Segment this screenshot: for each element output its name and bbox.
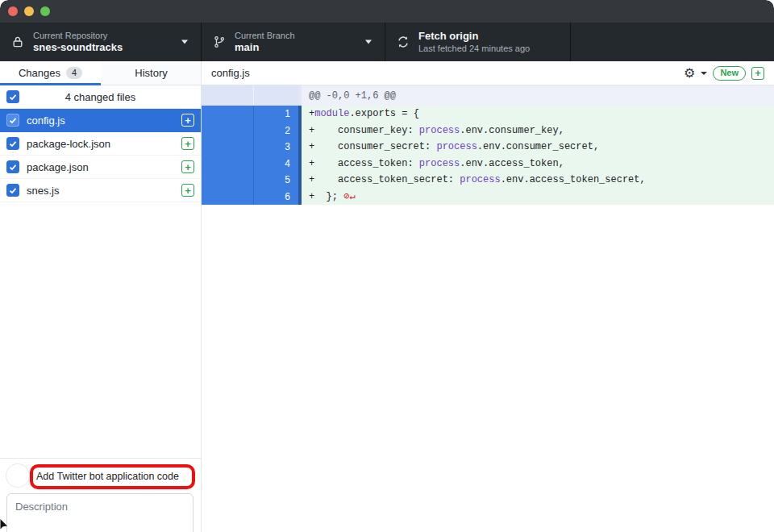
- code-keyword: process: [419, 158, 460, 169]
- code-keyword: process: [436, 141, 476, 152]
- chevron-down-icon[interactable]: [701, 72, 707, 75]
- zoom-button[interactable]: [40, 6, 50, 16]
- old-line-number[interactable]: [202, 156, 253, 172]
- diff-code-line: + access_token_secret: process.env.acces…: [302, 172, 774, 189]
- changed-files-count: 4 changed files: [19, 91, 194, 103]
- sidebar-divider: [201, 61, 202, 532]
- tab-history-label: History: [135, 67, 167, 79]
- diff-line-row: 6+ }; ⊘↵: [202, 189, 774, 206]
- diff-code-line: + consumer_secret: process.env.consumer_…: [302, 139, 774, 156]
- code-text: .env.access_token_secret,: [501, 174, 646, 185]
- new-line-number[interactable]: 6: [253, 189, 298, 206]
- new-file-badge: New: [713, 66, 746, 81]
- old-line-number[interactable]: [202, 139, 253, 156]
- old-line-number[interactable]: [202, 189, 253, 206]
- minimize-button[interactable]: [24, 6, 34, 16]
- git-branch-icon: [213, 35, 226, 48]
- fetch-origin-subtitle: Last fetched 24 minutes ago: [418, 43, 530, 54]
- commit-summary-input[interactable]: [36, 468, 191, 484]
- gear-icon[interactable]: ⚙: [684, 67, 695, 80]
- current-branch-dropdown[interactable]: Current Branch main: [202, 23, 385, 61]
- file-row[interactable]: package.json+: [0, 156, 201, 179]
- diff-line-row: 3+ consumer_secret: process.env.consumer…: [202, 139, 774, 156]
- current-branch-name: main: [235, 41, 295, 54]
- code-text: + };: [309, 191, 338, 202]
- new-line-number[interactable]: 4: [253, 156, 298, 172]
- changes-sidebar: 4 changed files config.js+package-lock.j…: [0, 85, 201, 532]
- file-row[interactable]: snes.js+: [0, 179, 201, 202]
- file-checkbox[interactable]: [6, 114, 19, 127]
- fetch-origin-button[interactable]: Fetch origin Last fetched 24 minutes ago: [385, 23, 571, 61]
- lock-icon: [11, 35, 24, 48]
- code-text: + consumer_secret:: [309, 141, 436, 152]
- code-text: + consumer_key:: [309, 125, 419, 136]
- tab-changes-label: Changes: [19, 67, 60, 79]
- macos-titlebar: [0, 0, 774, 23]
- diff-line-row: 4+ access_token: process.env.access_toke…: [202, 156, 774, 172]
- file-row[interactable]: package-lock.json+: [0, 132, 201, 156]
- sidebar-tab-bar: Changes 4 History: [0, 61, 202, 85]
- changed-file-list: config.js+package-lock.json+package.json…: [0, 109, 201, 202]
- hunk-header-text: @@ -0,0 +1,6 @@: [302, 85, 774, 106]
- chevron-down-icon: [365, 40, 372, 44]
- current-repository-label: Current Repository: [33, 30, 123, 41]
- old-line-gutter: [202, 85, 253, 106]
- code-text: +: [309, 108, 314, 119]
- new-line-number[interactable]: 2: [253, 123, 298, 139]
- diff-line-row: 1+module.exports = {: [202, 106, 774, 123]
- old-line-number[interactable]: [202, 123, 253, 139]
- code-keyword: module: [314, 108, 349, 119]
- avatar: [6, 464, 29, 487]
- fetch-origin-title: Fetch origin: [418, 30, 530, 43]
- file-row[interactable]: config.js+: [0, 109, 201, 132]
- github-desktop-window: Current Repository snes-soundtracks Curr…: [0, 0, 774, 532]
- files-header-row: 4 changed files: [0, 85, 201, 109]
- new-line-gutter: [253, 85, 298, 106]
- diff-line-row: 2+ consumer_key: process.env.consumer_ke…: [202, 123, 774, 139]
- current-repository-dropdown[interactable]: Current Repository snes-soundtracks: [0, 23, 202, 61]
- app-toolbar: Current Repository snes-soundtracks Curr…: [0, 23, 774, 61]
- added-status-icon: +: [181, 137, 194, 150]
- added-file-icon: +: [751, 67, 764, 80]
- added-status-icon: +: [181, 184, 194, 197]
- code-text: .exports = {: [349, 108, 418, 119]
- file-name: config.js: [27, 114, 181, 127]
- code-text: .env.access_token,: [460, 158, 564, 169]
- diff-line-row: 5+ access_token_secret: process.env.acce…: [202, 172, 774, 189]
- file-name: snes.js: [27, 185, 181, 197]
- file-checkbox[interactable]: [6, 184, 19, 197]
- open-file-tab[interactable]: config.js: [211, 67, 250, 79]
- tab-history[interactable]: History: [101, 61, 202, 85]
- code-keyword: process: [460, 174, 500, 185]
- diff-viewer: @@ -0,0 +1,6 @@ 1+module.exports = {2+ c…: [202, 85, 774, 205]
- old-line-number[interactable]: [202, 172, 253, 189]
- new-line-number[interactable]: 5: [253, 172, 298, 189]
- diff-code-line: + }; ⊘↵: [302, 189, 774, 206]
- code-text: + access_token:: [309, 158, 419, 169]
- diff-code-line: + access_token: process.env.access_token…: [302, 156, 774, 172]
- code-text: .env.consumer_secret,: [477, 141, 599, 152]
- code-keyword: process: [419, 125, 460, 136]
- diff-code-line: +module.exports = {: [302, 106, 774, 123]
- code-text: .env.consumer_key,: [460, 125, 564, 136]
- chevron-down-icon: [181, 40, 188, 44]
- new-line-number[interactable]: 3: [253, 139, 298, 156]
- file-checkbox[interactable]: [6, 137, 19, 150]
- file-checkbox[interactable]: [6, 160, 19, 173]
- tab-changes[interactable]: Changes 4: [0, 61, 101, 85]
- new-line-number[interactable]: 1: [253, 106, 298, 123]
- select-all-checkbox[interactable]: [6, 90, 19, 103]
- old-line-number[interactable]: [202, 106, 253, 123]
- file-tab-bar: config.js ⚙ New +: [202, 61, 774, 85]
- added-status-icon: +: [181, 160, 194, 173]
- no-newline-icon: ⊘↵: [338, 190, 356, 202]
- sync-icon: [397, 35, 410, 48]
- commit-description-textarea[interactable]: [6, 493, 194, 532]
- close-button[interactable]: [8, 6, 18, 16]
- current-branch-label: Current Branch: [235, 30, 295, 41]
- added-status-icon: +: [181, 114, 194, 127]
- mouse-cursor: [0, 519, 10, 532]
- code-text: + access_token_secret:: [309, 174, 460, 185]
- commit-panel: Commit to main: [0, 458, 201, 532]
- current-repository-name: snes-soundtracks: [33, 41, 123, 54]
